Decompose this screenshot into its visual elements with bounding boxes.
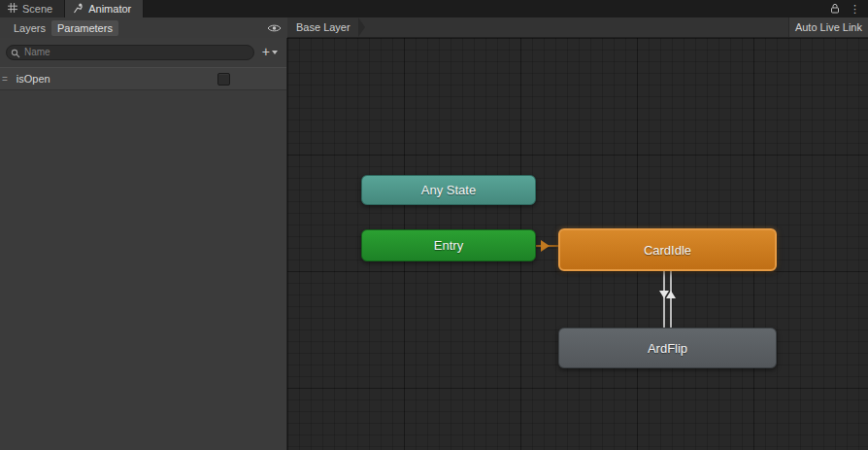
tab-layers[interactable]: Layers [8, 20, 51, 36]
parameter-row-isopen[interactable]: = isOpen [0, 67, 286, 90]
visibility-eye-icon[interactable] [267, 23, 282, 33]
search-icon [11, 45, 20, 62]
tab-scene-label: Scene [22, 3, 52, 15]
kebab-menu-icon[interactable]: ⋮ [850, 4, 860, 15]
window-tabstrip: Scene Animator ⋮ [0, 0, 868, 17]
tab-animator[interactable]: Animator [65, 0, 144, 17]
left-panel-toolbar: Layers Parameters [0, 17, 287, 38]
state-node-cardidle[interactable]: CardIdle [558, 228, 777, 271]
transition-entry-arrow-icon [541, 240, 550, 252]
parameter-name: isOpen [17, 73, 50, 85]
animator-icon [73, 3, 83, 16]
state-node-any-state[interactable]: Any State [361, 175, 536, 205]
state-node-label: ArdFlip [648, 341, 687, 356]
tab-scene[interactable]: Scene [0, 0, 65, 17]
transition-cardidle-to-ardflip[interactable] [663, 271, 665, 328]
state-node-label: Any State [421, 183, 476, 197]
chevron-down-icon [272, 51, 278, 54]
search-box [6, 42, 254, 60]
transition-ardflip-to-cardidle[interactable] [670, 271, 672, 328]
drag-handle-icon[interactable]: = [2, 74, 7, 85]
animator-window: Scene Animator ⋮ Layers Parameters [0, 0, 868, 450]
tab-parameters[interactable]: Parameters [51, 20, 118, 36]
parameter-search-input[interactable] [6, 45, 254, 60]
state-node-label: CardIdle [644, 243, 691, 258]
state-node-entry[interactable]: Entry [361, 229, 536, 261]
parameter-search-row: + [0, 38, 286, 63]
add-parameter-button[interactable]: + [259, 45, 281, 58]
breadcrumb-base-layer[interactable]: Base Layer [296, 21, 351, 33]
lock-icon[interactable] [830, 0, 840, 17]
parameters-panel: + = isOpen [0, 38, 287, 450]
parameter-bool-checkbox[interactable] [217, 73, 230, 86]
plus-icon: + [262, 45, 270, 58]
breadcrumb-arrow-icon [358, 17, 365, 37]
window-controls: ⋮ [830, 0, 868, 17]
animator-canvas[interactable]: Any State Entry CardIdle ArdFlip [287, 38, 868, 450]
canvas-toolbar: Base Layer Auto Live Link [287, 17, 868, 38]
state-node-ardflip[interactable]: ArdFlip [558, 328, 777, 368]
state-node-label: Entry [434, 238, 463, 253]
auto-live-link-button[interactable]: Auto Live Link [788, 17, 868, 37]
tab-animator-label: Animator [88, 3, 131, 15]
transition-arrow-up-icon [666, 291, 676, 298]
scene-grid-icon [8, 3, 17, 15]
